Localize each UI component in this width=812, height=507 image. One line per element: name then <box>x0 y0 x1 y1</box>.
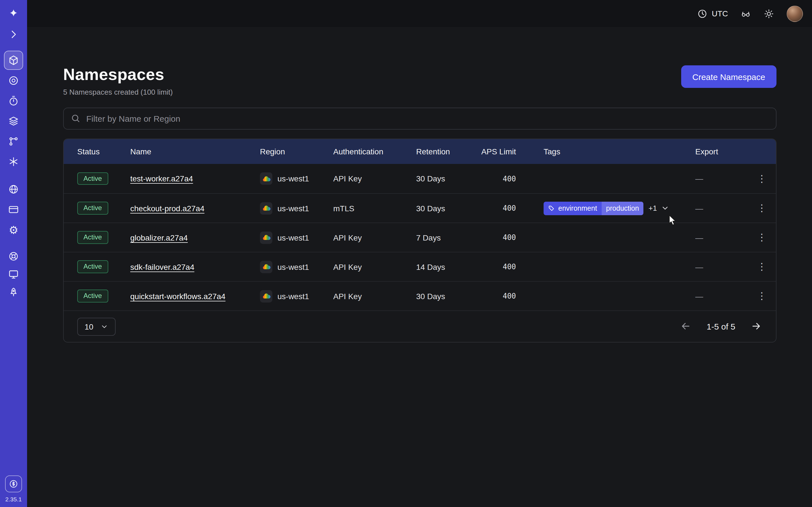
col-region: Region <box>260 147 333 156</box>
gear-icon: ⚙ <box>9 224 18 235</box>
prev-page-button[interactable] <box>679 320 692 333</box>
timezone-selector[interactable]: UTC <box>697 8 728 19</box>
row-menu-button[interactable]: ⋮ <box>754 288 770 304</box>
page-size-select[interactable]: 10 <box>77 318 115 335</box>
auth-label: API Key <box>333 233 416 242</box>
tags-more[interactable]: +1 <box>649 204 657 212</box>
col-name: Name <box>130 147 260 156</box>
clock-icon <box>697 8 708 19</box>
sidebar-item-nexus[interactable] <box>8 156 19 167</box>
create-namespace-button[interactable]: Create Namespace <box>681 65 776 88</box>
region-label: us-west1 <box>277 204 309 213</box>
sidebar-bottom: 2.35.1 <box>0 475 27 503</box>
sidebar-item-worker-deployments[interactable] <box>8 136 19 147</box>
tag-icon <box>548 205 555 212</box>
sidebar-item-settings[interactable]: ⚙ <box>8 224 19 235</box>
namespace-link[interactable]: quickstart-workflows.a27a4 <box>130 291 225 300</box>
sidebar: ⚙ 2.35.1 <box>0 0 27 507</box>
sidebar-expand-button[interactable] <box>8 29 19 40</box>
gcp-cloud-icon <box>260 290 272 302</box>
sidebar-item-quickstart[interactable] <box>8 287 19 298</box>
topbar: UTC <box>27 0 812 27</box>
col-retention: Retention <box>416 147 477 156</box>
sidebar-item-getting-started[interactable] <box>8 269 19 280</box>
gcp-cloud-icon <box>260 261 272 273</box>
row-menu-button[interactable]: ⋮ <box>754 230 770 245</box>
tag-pill[interactable]: environment production <box>544 202 644 215</box>
export-value: — <box>695 262 747 271</box>
row-menu-button[interactable]: ⋮ <box>754 171 770 186</box>
page-subtitle: 5 Namespaces created (100 limit) <box>63 88 173 96</box>
retention-label: 30 Days <box>416 204 477 213</box>
chevron-down-icon <box>100 323 108 330</box>
namespace-link[interactable]: sdk-failover.a27a4 <box>130 262 194 271</box>
col-aps-limit: APS Limit <box>477 147 516 156</box>
search-icon <box>70 113 81 123</box>
cube-icon <box>8 55 19 66</box>
namespace-link[interactable]: test-worker.a27a4 <box>130 174 193 183</box>
status-badge: Active <box>77 261 108 273</box>
page-title: Namespaces <box>63 65 173 84</box>
aps-limit-value: 400 <box>477 263 516 271</box>
region-label: us-west1 <box>277 291 309 300</box>
tag-value: production <box>602 202 644 215</box>
filter-input[interactable] <box>63 108 776 129</box>
aps-limit-value: 400 <box>477 174 516 183</box>
col-tags: Tags <box>516 147 695 156</box>
tags: environment production +1 <box>544 202 695 215</box>
namespace-link[interactable]: globalizer.a27a4 <box>130 233 188 242</box>
status-badge: Active <box>77 290 108 302</box>
arrow-right-icon <box>751 320 762 332</box>
row-menu-button[interactable]: ⋮ <box>754 259 770 275</box>
sidebar-item-namespaces[interactable] <box>4 51 23 70</box>
gcp-cloud-icon <box>260 202 272 214</box>
pagination-range: 1-5 of 5 <box>707 322 735 331</box>
retention-label: 14 Days <box>416 262 477 271</box>
tags-chevron-down-icon[interactable] <box>661 204 669 212</box>
table-row: Active checkout-prod.a27a4 us-west1 mTLS… <box>64 193 776 223</box>
next-page-button[interactable] <box>750 320 762 333</box>
glasses-icon[interactable] <box>741 8 751 19</box>
col-authentication: Authentication <box>333 147 416 156</box>
sidebar-item-support[interactable] <box>8 251 19 262</box>
retention-label: 30 Days <box>416 291 477 300</box>
aps-limit-value: 400 <box>477 204 516 212</box>
tag-key: environment <box>558 204 597 212</box>
export-value: — <box>695 204 747 213</box>
sidebar-item-workflows[interactable] <box>8 75 19 86</box>
dollar-icon <box>8 479 18 489</box>
status-badge: Active <box>77 231 108 244</box>
auth-label: mTLS <box>333 204 416 213</box>
usage-button[interactable] <box>5 475 22 492</box>
filter-bar <box>63 108 776 129</box>
auth-label: API Key <box>333 262 416 271</box>
timezone-label: UTC <box>712 9 728 18</box>
retention-label: 30 Days <box>416 174 477 183</box>
user-avatar[interactable] <box>786 5 803 22</box>
table-footer: 10 1-5 of 5 <box>64 311 776 342</box>
export-value: — <box>695 291 747 300</box>
table-row: Active test-worker.a27a4 us-west1 API Ke… <box>64 164 776 193</box>
region-label: us-west1 <box>277 262 309 271</box>
sidebar-item-billing[interactable] <box>8 204 19 215</box>
table-row: Active globalizer.a27a4 us-west1 API Key… <box>64 223 776 252</box>
row-menu-button[interactable]: ⋮ <box>754 200 770 216</box>
col-export: Export <box>695 147 747 156</box>
page-size-value: 10 <box>85 322 93 331</box>
aps-limit-value: 400 <box>477 292 516 300</box>
table-body: Active test-worker.a27a4 us-west1 API Ke… <box>64 164 776 311</box>
theme-toggle-sun-icon[interactable] <box>763 8 774 19</box>
table-header: Status Name Region Authentication Retent… <box>64 139 776 164</box>
auth-label: API Key <box>333 291 416 300</box>
export-value: — <box>695 174 747 183</box>
export-value: — <box>695 233 747 242</box>
sidebar-item-schedules[interactable] <box>8 95 19 107</box>
aps-limit-value: 400 <box>477 233 516 242</box>
status-badge: Active <box>77 202 108 215</box>
sidebar-item-batch-operations[interactable] <box>8 115 19 127</box>
namespaces-table: Status Name Region Authentication Retent… <box>63 138 776 342</box>
namespace-link[interactable]: checkout-prod.a27a4 <box>130 204 204 213</box>
gcp-cloud-icon <box>260 231 272 244</box>
region-label: us-west1 <box>277 174 309 183</box>
sidebar-item-regions[interactable] <box>8 184 19 195</box>
